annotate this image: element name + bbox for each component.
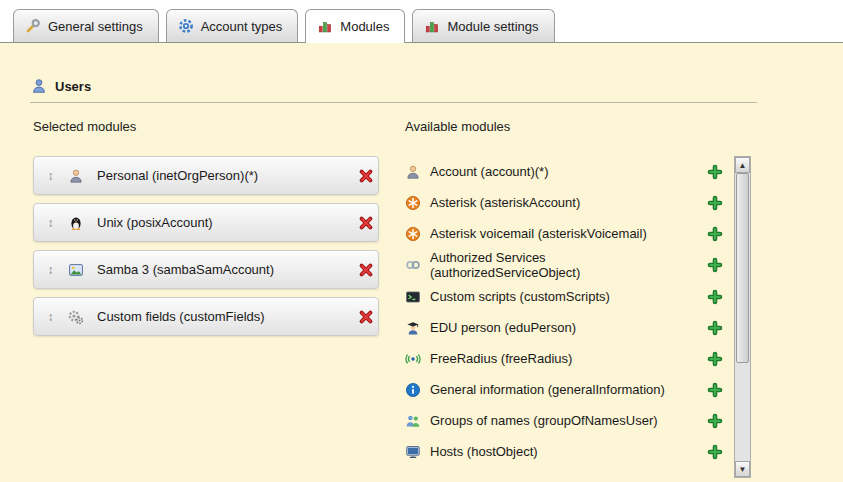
services-icon xyxy=(405,257,421,273)
remove-x-icon xyxy=(358,262,374,278)
remove-module-button[interactable] xyxy=(348,214,366,232)
tab-general-settings[interactable]: General settings xyxy=(13,9,159,42)
tab-modules[interactable]: Modules xyxy=(305,9,405,43)
module-label: Samba 3 (sambaSamAccount) xyxy=(97,262,348,277)
scrollbar-thumb[interactable] xyxy=(736,173,749,363)
selected-modules-column: Selected modules ↕ Personal (inetOrgPers… xyxy=(33,119,379,344)
add-module-button[interactable] xyxy=(706,163,724,181)
section-divider xyxy=(30,102,757,103)
custom-fields-icon xyxy=(68,309,84,325)
asterisk-icon xyxy=(405,226,421,242)
selected-modules-heading: Selected modules xyxy=(33,119,379,134)
module-label: Unix (posixAccount) xyxy=(97,215,348,230)
selected-module-row-samba-3-sambasamaccount[interactable]: ↕ Samba 3 (sambaSamAccount) xyxy=(33,250,379,289)
module-label: FreeRadius (freeRadius) xyxy=(430,351,697,366)
chart-icon xyxy=(317,18,333,34)
available-modules-heading: Available modules xyxy=(405,119,751,134)
add-module-button[interactable] xyxy=(706,256,724,274)
user-icon xyxy=(31,78,47,94)
available-modules-list: Account (account)(*) Asterisk (asteriskA… xyxy=(405,156,727,467)
tux-icon xyxy=(68,215,84,231)
available-module-row-asterisk-voicemail-asteriskvoicemail: Asterisk voicemail (asteriskVoicemail) xyxy=(405,218,727,249)
drag-handle-icon[interactable]: ↕ xyxy=(43,216,58,230)
samba-icon xyxy=(68,262,84,278)
module-label: Hosts (hostObject) xyxy=(430,444,697,459)
module-label: Groups of names (groupOfNamesUser) xyxy=(430,413,697,428)
edu-icon xyxy=(405,320,421,336)
module-label: Asterisk (asteriskAccount) xyxy=(430,195,697,210)
tab-bar: General settings Account types Modules M… xyxy=(0,0,843,43)
module-label: Authorized Services (authorizedServiceOb… xyxy=(430,250,697,280)
module-label: Account (account)(*) xyxy=(430,164,697,179)
groups-icon xyxy=(405,413,421,429)
add-module-button[interactable] xyxy=(706,412,724,430)
module-label: Personal (inetOrgPerson)(*) xyxy=(97,168,348,183)
scrollbar-track[interactable] xyxy=(735,173,750,461)
module-label: General information (generalInformation) xyxy=(430,382,697,397)
available-module-row-authorized-services-authorizedserviceobject: Authorized Services (authorizedServiceOb… xyxy=(405,249,727,281)
available-module-row-freeradius-freeradius: FreeRadius (freeRadius) xyxy=(405,343,727,374)
drag-handle-icon[interactable]: ↕ xyxy=(43,310,58,324)
host-icon xyxy=(405,444,421,460)
content-area: Users Selected modules ↕ Personal (inetO… xyxy=(0,78,843,103)
remove-module-button[interactable] xyxy=(348,308,366,326)
info-icon xyxy=(405,382,421,398)
add-module-button[interactable] xyxy=(706,319,724,337)
module-label: EDU person (eduPerson) xyxy=(430,320,697,335)
available-modules-box: Account (account)(*) Asterisk (asteriskA… xyxy=(405,156,751,478)
drag-handle-icon[interactable]: ↕ xyxy=(43,169,58,183)
add-module-button[interactable] xyxy=(706,194,724,212)
remove-x-icon xyxy=(358,168,374,184)
add-plus-icon xyxy=(707,382,723,398)
add-plus-icon xyxy=(707,195,723,211)
available-module-row-asterisk-asteriskaccount: Asterisk (asteriskAccount) xyxy=(405,187,727,218)
available-module-row-hosts-hostobject: Hosts (hostObject) xyxy=(405,436,727,467)
available-module-row-account-account: Account (account)(*) xyxy=(405,156,727,187)
add-plus-icon xyxy=(707,164,723,180)
wrench-icon xyxy=(25,18,41,34)
add-module-button[interactable] xyxy=(706,381,724,399)
scroll-down-button[interactable]: ▼ xyxy=(735,461,750,477)
add-module-button[interactable] xyxy=(706,443,724,461)
selected-module-row-personal-inetorgperson[interactable]: ↕ Personal (inetOrgPerson)(*) xyxy=(33,156,379,195)
selected-modules-list: ↕ Personal (inetOrgPerson)(*) ↕ Unix (po… xyxy=(33,156,379,336)
gear-icon xyxy=(178,18,194,34)
scroll-up-button[interactable]: ▲ xyxy=(735,157,750,173)
available-modules-scrollbar[interactable]: ▲ ▼ xyxy=(734,156,751,478)
selected-module-row-unix-posixaccount[interactable]: ↕ Unix (posixAccount) xyxy=(33,203,379,242)
add-plus-icon xyxy=(707,444,723,460)
add-plus-icon xyxy=(707,351,723,367)
asterisk-icon xyxy=(405,195,421,211)
person-icon xyxy=(68,168,84,184)
add-module-button[interactable] xyxy=(706,225,724,243)
add-module-button[interactable] xyxy=(706,350,724,368)
account-icon xyxy=(405,164,421,180)
tab-account-types[interactable]: Account types xyxy=(166,9,299,42)
available-modules-column: Available modules Account (account)(*) A… xyxy=(405,119,751,478)
add-plus-icon xyxy=(707,257,723,273)
section-title: Users xyxy=(55,79,91,94)
add-plus-icon xyxy=(707,320,723,336)
remove-module-button[interactable] xyxy=(348,167,366,185)
remove-module-button[interactable] xyxy=(348,261,366,279)
section-header: Users xyxy=(31,78,843,94)
lam-configuration-page: General settings Account types Modules M… xyxy=(0,0,843,482)
available-module-row-custom-scripts-customscripts: Custom scripts (customScripts) xyxy=(405,281,727,312)
add-plus-icon xyxy=(707,413,723,429)
available-module-row-groups-of-names-groupofnamesuser: Groups of names (groupOfNamesUser) xyxy=(405,405,727,436)
module-label: Asterisk voicemail (asteriskVoicemail) xyxy=(430,226,697,241)
script-icon xyxy=(405,289,421,305)
drag-handle-icon[interactable]: ↕ xyxy=(43,263,58,277)
available-module-row-general-information-generalinformation: General information (generalInformation) xyxy=(405,374,727,405)
remove-x-icon xyxy=(358,215,374,231)
remove-x-icon xyxy=(358,309,374,325)
module-label: Custom scripts (customScripts) xyxy=(430,289,697,304)
add-plus-icon xyxy=(707,289,723,305)
add-plus-icon xyxy=(707,226,723,242)
add-module-button[interactable] xyxy=(706,288,724,306)
tab-module-settings[interactable]: Module settings xyxy=(412,9,554,42)
module-label: Custom fields (customFields) xyxy=(97,309,348,324)
radius-icon xyxy=(405,351,421,367)
chart-icon xyxy=(424,18,440,34)
selected-module-row-custom-fields-customfields[interactable]: ↕ Custom fields (customFields) xyxy=(33,297,379,336)
